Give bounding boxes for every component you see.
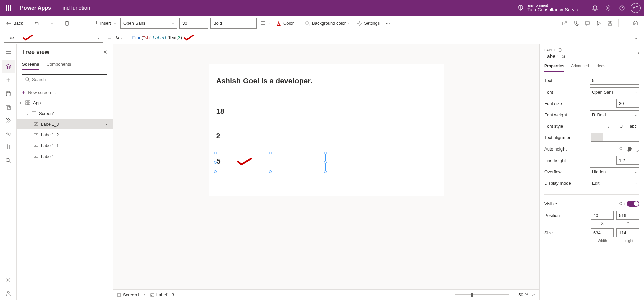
help-icon[interactable]	[558, 48, 562, 52]
canvas-label1-2[interactable]: 2	[216, 132, 220, 140]
tools-rail-button[interactable]	[2, 140, 15, 154]
prop-fontsize-input[interactable]: 30	[616, 99, 639, 108]
settings-rail-button[interactable]	[2, 273, 15, 287]
tree-item-label1[interactable]: Label1	[17, 151, 113, 162]
formula-input[interactable]: Find("sh", Label1.Text,3)	[129, 35, 632, 41]
italic-button[interactable]: I	[603, 122, 615, 130]
tree-view-button[interactable]	[2, 60, 15, 73]
share-button[interactable]	[560, 18, 569, 29]
resize-handle[interactable]	[214, 161, 217, 164]
resize-handle[interactable]	[269, 170, 272, 173]
font-select[interactable]: Open Sans ⌄	[120, 18, 177, 29]
align-button[interactable]: ⌄	[259, 18, 272, 29]
align-center-button[interactable]	[603, 133, 615, 142]
close-tree-button[interactable]: ✕	[103, 49, 107, 55]
font-size-input[interactable]	[179, 18, 208, 29]
prop-y-input[interactable]: 516	[616, 211, 639, 220]
back-button[interactable]: Back	[4, 18, 25, 29]
strike-button[interactable]: abc	[627, 122, 639, 130]
virtual-agent-button[interactable]	[2, 287, 15, 300]
paste-dropdown[interactable]: ⌄	[79, 18, 86, 29]
tree-search[interactable]	[22, 74, 107, 84]
checker-button[interactable]	[571, 18, 581, 29]
resize-handle[interactable]	[324, 170, 327, 173]
settings-cmd-button[interactable]: Settings	[355, 18, 382, 29]
undo-button[interactable]	[32, 18, 42, 29]
prop-lineheight-input[interactable]: 1.2	[616, 156, 639, 165]
prop-displaymode-select[interactable]: Edit⌄	[590, 179, 639, 187]
tree-item-screen1[interactable]: ⌄ Screen1	[17, 108, 113, 119]
canvas[interactable]: Ashish Goel is a developer. 18 2 5	[113, 44, 539, 289]
resize-handle[interactable]	[324, 152, 327, 154]
font-weight-select[interactable]: Bold ⌄	[210, 18, 257, 29]
expand-formula-button[interactable]: ⌄	[632, 35, 640, 40]
insert-button[interactable]: + Insert ⌄	[93, 18, 118, 29]
undo-dropdown[interactable]: ⌄	[49, 18, 55, 29]
publish-button[interactable]	[631, 18, 640, 29]
data-rail-button[interactable]	[2, 87, 15, 100]
user-avatar[interactable]: AG	[631, 3, 641, 13]
tab-screens[interactable]: Screens	[22, 59, 39, 70]
media-rail-button[interactable]	[2, 100, 15, 114]
prop-width-input[interactable]: 634	[591, 228, 614, 237]
zoom-out-button[interactable]: −	[449, 292, 452, 297]
canvas-label1-1[interactable]: 18	[216, 107, 224, 116]
property-select[interactable]: Text ⌄	[4, 33, 103, 43]
tab-properties[interactable]: Properties	[544, 61, 564, 72]
canvas-label1[interactable]: Ashish Goel is a developer.	[216, 77, 312, 85]
fx-button[interactable]: fx ⌄	[116, 35, 123, 40]
prop-x-input[interactable]: 40	[591, 211, 614, 220]
prop-text-input[interactable]: 5	[590, 76, 639, 85]
overflow-button[interactable]: ⋯	[384, 18, 392, 29]
tree-item-label1-1[interactable]: Label1_1	[17, 140, 113, 151]
resize-handle[interactable]	[214, 152, 217, 154]
tab-components[interactable]: Components	[47, 59, 71, 70]
new-screen-button[interactable]: + New screen ⌄	[17, 87, 113, 97]
tab-advanced[interactable]: Advanced	[571, 61, 589, 72]
variables-rail-button[interactable]: (x)	[2, 127, 15, 140]
environment-picker[interactable]: Environment Tata Consultancy Servic...	[517, 3, 582, 12]
tree-search-input[interactable]	[32, 77, 104, 82]
waffle-button[interactable]	[3, 3, 14, 13]
insert-rail-button[interactable]: +	[2, 73, 15, 87]
prop-fontweight-select[interactable]: BBold⌄	[590, 110, 639, 119]
align-left-button[interactable]	[591, 133, 603, 142]
zoom-slider[interactable]	[455, 294, 509, 295]
notifications-button[interactable]	[588, 1, 602, 15]
autoheight-toggle[interactable]	[627, 146, 639, 152]
breadcrumb-screen[interactable]: Screen1	[117, 292, 139, 297]
settings-button[interactable]	[602, 1, 615, 15]
prop-height-input[interactable]: 114	[616, 228, 639, 237]
prop-font-select[interactable]: Open Sans⌄	[590, 87, 639, 96]
visible-toggle[interactable]	[627, 201, 639, 207]
hamburger-button[interactable]	[2, 47, 15, 60]
comments-button[interactable]	[583, 18, 592, 29]
more-button[interactable]: ⋯	[104, 122, 109, 127]
tab-ideas[interactable]: Ideas	[596, 61, 605, 72]
tree-item-label1-2[interactable]: Label1_2	[17, 129, 113, 140]
collapse-button[interactable]: ›	[638, 50, 639, 55]
prop-overflow-select[interactable]: Hidden⌄	[590, 167, 639, 176]
resize-handle[interactable]	[269, 152, 272, 154]
breadcrumb-item[interactable]: Label1_3	[150, 292, 174, 297]
align-right-button[interactable]	[615, 133, 627, 142]
search-rail-button[interactable]	[2, 154, 15, 167]
fit-button[interactable]: ⤢	[532, 292, 535, 297]
resize-handle[interactable]	[214, 170, 217, 173]
canvas-label1-3-selected[interactable]: 5	[215, 153, 326, 172]
bgcolor-button[interactable]: Background color ⌄	[303, 18, 353, 29]
flows-rail-button[interactable]	[2, 114, 15, 127]
screen1-canvas[interactable]: Ashish Goel is a developer. 18 2 5	[209, 64, 444, 196]
save-button[interactable]	[605, 18, 615, 29]
tree-item-app[interactable]: › App	[17, 97, 113, 108]
help-button[interactable]	[615, 1, 629, 15]
align-justify-button[interactable]	[627, 133, 639, 142]
save-dropdown[interactable]: ⌄	[622, 18, 629, 29]
tree-item-label1-3[interactable]: Label1_3 ⋯	[17, 119, 113, 129]
preview-button[interactable]	[594, 18, 603, 29]
underline-button[interactable]: U	[615, 122, 627, 130]
zoom-in-button[interactable]: +	[513, 292, 515, 297]
color-button[interactable]: Color ⌄	[274, 18, 301, 29]
resize-handle[interactable]	[324, 161, 327, 164]
paste-button[interactable]	[62, 18, 72, 29]
